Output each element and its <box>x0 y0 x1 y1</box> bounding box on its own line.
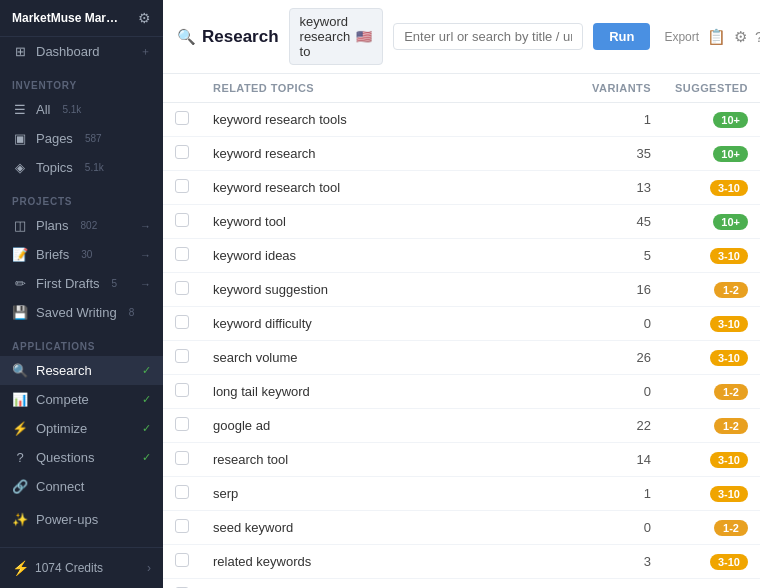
sidebar-item-research[interactable]: 🔍 Research ✓ <box>0 356 163 385</box>
suggested-badge: 3-10 <box>710 248 748 264</box>
sidebar-item-connect[interactable]: 🔗 Connect <box>0 472 163 501</box>
help-icon[interactable]: ? <box>755 28 760 45</box>
suggested-badge: 3-10 <box>710 180 748 196</box>
suggested-badge: 3-10 <box>710 316 748 332</box>
table-row[interactable]: research tool143-10 <box>163 443 760 477</box>
table-row[interactable]: keyword research tool133-10 <box>163 171 760 205</box>
saved-writing-icon: 💾 <box>12 305 28 320</box>
doc-icon[interactable]: 📋 <box>707 28 726 46</box>
topic-cell: research tool <box>201 443 580 477</box>
export-label[interactable]: Export <box>664 30 699 44</box>
table-row[interactable]: seed keyword01-2 <box>163 511 760 545</box>
topbar-actions: Export 📋 ⚙ ? <box>664 28 760 46</box>
plans-icon: ◫ <box>12 218 28 233</box>
sidebar-item-all[interactable]: ☰ All 5.1k <box>0 95 163 124</box>
table-row[interactable]: keyword research3510+ <box>163 137 760 171</box>
page-title: 🔍 Research <box>177 27 279 47</box>
pages-badge: 587 <box>85 133 102 144</box>
sidebar-item-briefs[interactable]: 📝 Briefs 30 → <box>0 240 163 269</box>
table-row[interactable]: search volume263-10 <box>163 341 760 375</box>
suggested-badge: 1-2 <box>714 384 748 400</box>
table-row[interactable]: keyword suggestion161-2 <box>163 273 760 307</box>
all-label: All <box>36 102 50 117</box>
row-checkbox[interactable] <box>175 145 189 159</box>
sidebar-item-dashboard[interactable]: ⊞ Dashboard ＋ <box>0 37 163 66</box>
table-row[interactable]: search engine503-10 <box>163 579 760 589</box>
add-icon[interactable]: ＋ <box>140 44 151 59</box>
row-checkbox[interactable] <box>175 179 189 193</box>
row-checkbox[interactable] <box>175 451 189 465</box>
topics-table: RELATED TOPICS VARIANTS SUGGESTED keywor… <box>163 74 760 588</box>
credits-label: 1074 Credits <box>35 561 103 575</box>
sidebar-item-first-drafts[interactable]: ✏ First Drafts 5 → <box>0 269 163 298</box>
suggested-cell: 1-2 <box>663 273 760 307</box>
suggested-cell: 1-2 <box>663 375 760 409</box>
flag-icon: 🇺🇸 <box>356 29 372 44</box>
topic-cell: keyword suggestion <box>201 273 580 307</box>
briefs-icon: 📝 <box>12 247 28 262</box>
inventory-section-label: INVENTORY <box>0 66 163 95</box>
keyword-value: keyword research to <box>300 14 351 59</box>
settings-icon[interactable]: ⚙ <box>734 28 747 46</box>
row-checkbox[interactable] <box>175 553 189 567</box>
research-label: Research <box>36 363 92 378</box>
optimize-label: Optimize <box>36 421 87 436</box>
topics-table-container: RELATED TOPICS VARIANTS SUGGESTED keywor… <box>163 74 760 588</box>
sidebar: MarketMuse Marketing ... ⚙ ⊞ Dashboard ＋… <box>0 0 163 588</box>
table-row[interactable]: keyword research tools110+ <box>163 103 760 137</box>
topic-cell: search volume <box>201 341 580 375</box>
table-row[interactable]: keyword ideas53-10 <box>163 239 760 273</box>
variants-cell: 45 <box>580 205 663 239</box>
suggested-cell: 3-10 <box>663 239 760 273</box>
table-row[interactable]: google ad221-2 <box>163 409 760 443</box>
gear-icon[interactable]: ⚙ <box>138 10 151 26</box>
sidebar-item-powerups[interactable]: ✨ Power-ups <box>0 505 163 534</box>
suggested-badge: 10+ <box>713 146 748 162</box>
all-badge: 5.1k <box>62 104 81 115</box>
suggested-cell: 10+ <box>663 137 760 171</box>
row-checkbox[interactable] <box>175 349 189 363</box>
url-input[interactable] <box>393 23 583 50</box>
credits-expand-icon[interactable]: › <box>147 561 151 575</box>
table-row[interactable]: serp13-10 <box>163 477 760 511</box>
sidebar-item-pages[interactable]: ▣ Pages 587 <box>0 124 163 153</box>
sidebar-item-topics[interactable]: ◈ Topics 5.1k <box>0 153 163 182</box>
table-row[interactable]: keyword difficulty03-10 <box>163 307 760 341</box>
powerups-label: Power-ups <box>36 512 98 527</box>
dashboard-label: Dashboard <box>36 44 100 59</box>
saved-writing-badge: 8 <box>129 307 135 318</box>
row-checkbox[interactable] <box>175 315 189 329</box>
app-name: MarketMuse Marketing ... <box>12 11 122 25</box>
variants-cell: 0 <box>580 307 663 341</box>
sidebar-item-questions[interactable]: ? Questions ✓ <box>0 443 163 472</box>
sidebar-item-compete[interactable]: 📊 Compete ✓ <box>0 385 163 414</box>
sidebar-item-optimize[interactable]: ⚡ Optimize ✓ <box>0 414 163 443</box>
row-checkbox[interactable] <box>175 383 189 397</box>
variants-cell: 5 <box>580 239 663 273</box>
table-row[interactable]: long tail keyword01-2 <box>163 375 760 409</box>
variants-cell: 0 <box>580 511 663 545</box>
sidebar-item-saved-writing[interactable]: 💾 Saved Writing 8 <box>0 298 163 327</box>
briefs-badge: 30 <box>81 249 92 260</box>
row-checkbox[interactable] <box>175 417 189 431</box>
table-row[interactable]: keyword tool4510+ <box>163 205 760 239</box>
table-header-row: RELATED TOPICS VARIANTS SUGGESTED <box>163 74 760 103</box>
sidebar-item-plans[interactable]: ◫ Plans 802 → <box>0 211 163 240</box>
keyword-input[interactable]: keyword research to 🇺🇸 <box>289 8 384 65</box>
row-checkbox[interactable] <box>175 247 189 261</box>
row-checkbox[interactable] <box>175 111 189 125</box>
row-checkbox[interactable] <box>175 281 189 295</box>
topics-icon: ◈ <box>12 160 28 175</box>
suggested-badge: 3-10 <box>710 452 748 468</box>
optimize-icon: ⚡ <box>12 421 28 436</box>
variants-cell: 1 <box>580 477 663 511</box>
topic-cell: keyword research tools <box>201 103 580 137</box>
row-checkbox[interactable] <box>175 519 189 533</box>
run-button[interactable]: Run <box>593 23 650 50</box>
variants-cell: 26 <box>580 341 663 375</box>
table-row[interactable]: related keywords33-10 <box>163 545 760 579</box>
row-checkbox[interactable] <box>175 213 189 227</box>
variants-cell: 0 <box>580 375 663 409</box>
pages-label: Pages <box>36 131 73 146</box>
row-checkbox[interactable] <box>175 485 189 499</box>
